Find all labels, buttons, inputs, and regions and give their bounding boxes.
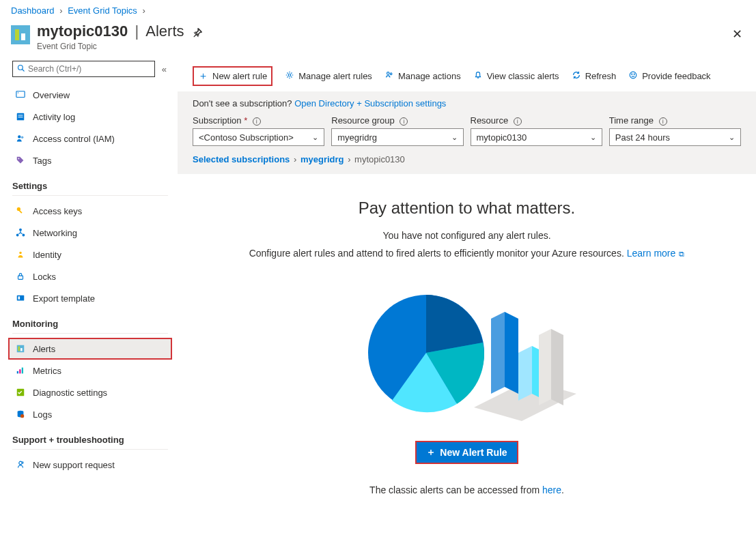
plus-icon: ＋ — [426, 446, 436, 459]
nav-access-control[interactable]: Access control (IAM) — [12, 128, 168, 149]
nav-locks[interactable]: Locks — [12, 265, 168, 287]
svg-point-29 — [288, 74, 291, 76]
page-title: mytopic0130 | Alerts — [37, 23, 184, 40]
chevron-right-icon: › — [348, 154, 350, 164]
chevron-right-icon: › — [59, 5, 62, 16]
svg-point-12 — [16, 234, 18, 236]
resource-group-link[interactable]: myegridrg — [300, 154, 344, 164]
nav-metrics[interactable]: Metrics — [12, 360, 168, 381]
chevron-down-icon: ⌄ — [590, 133, 596, 142]
chevron-down-icon: ⌄ — [729, 133, 735, 142]
toolbar-refresh[interactable]: Refresh — [572, 70, 617, 82]
svg-point-30 — [387, 72, 389, 75]
info-icon[interactable]: i — [253, 117, 261, 126]
svg-point-14 — [20, 229, 22, 231]
title-divider: | — [135, 23, 139, 40]
selection-breadcrumb: Selected subscriptions › myegridrg › myt… — [193, 154, 741, 164]
svg-point-15 — [19, 252, 22, 255]
empty-state: Pay attention to what matters. You have … — [178, 174, 756, 495]
collapse-sidebar-icon[interactable]: « — [160, 63, 168, 76]
svg-point-0 — [18, 65, 23, 70]
nav-export-template[interactable]: Export template — [12, 287, 168, 309]
search-input[interactable] — [28, 64, 150, 74]
nav-identity[interactable]: Identity — [12, 244, 168, 265]
learn-more-link[interactable]: Learn more — [627, 248, 676, 259]
subscription-select[interactable]: <Contoso Subscription> ⌄ — [193, 128, 324, 146]
classic-alerts-link[interactable]: here — [542, 484, 561, 495]
resource-type-label: Event Grid Topic — [37, 42, 184, 51]
svg-point-32 — [630, 72, 636, 78]
svg-point-28 — [19, 461, 22, 464]
page-header: mytopic0130 | Alerts Event Grid Topic ✕ — [0, 18, 756, 61]
toolbar-view-classic-alerts[interactable]: View classic alerts — [473, 70, 559, 82]
sidebar: « Overview Activity log Access control (… — [0, 61, 178, 501]
breadcrumb-dashboard[interactable]: Dashboard — [11, 5, 55, 16]
search-box[interactable] — [12, 61, 155, 77]
empty-title: Pay attention to what matters. — [205, 199, 729, 218]
breadcrumb-event-grid-topics[interactable]: Event Grid Topics — [68, 5, 137, 16]
nav-tags[interactable]: Tags — [12, 149, 168, 171]
info-icon[interactable]: i — [400, 117, 408, 126]
svg-rect-6 — [18, 117, 23, 117]
access-control-icon — [15, 133, 26, 144]
svg-rect-23 — [19, 369, 20, 373]
time-range-select[interactable]: Past 24 hours ⌄ — [609, 128, 741, 146]
toolbar-provide-feedback[interactable]: Provide feedback — [628, 70, 710, 82]
time-range-label: Time range i — [609, 115, 741, 126]
nav-new-support-request[interactable]: New support request — [12, 454, 168, 476]
selected-subscriptions-link[interactable]: Selected subscriptions — [193, 154, 290, 164]
lock-icon — [15, 271, 26, 282]
nav-group-settings: Settings — [12, 181, 168, 191]
resource-select[interactable]: mytopic0130 ⌄ — [471, 128, 602, 146]
nav-access-keys[interactable]: Access keys — [12, 200, 168, 222]
svg-rect-17 — [17, 295, 25, 301]
new-alert-rule-button[interactable]: ＋ New Alert Rule — [415, 441, 518, 464]
svg-rect-2 — [16, 91, 25, 98]
svg-point-9 — [18, 158, 20, 160]
breadcrumb: Dashboard › Event Grid Topics › — [0, 0, 756, 18]
classic-alerts-line: The classic alerts can be accessed from … — [205, 484, 729, 495]
logs-icon — [15, 409, 26, 420]
nav-networking[interactable]: Networking — [12, 222, 168, 244]
bell-icon — [473, 70, 483, 82]
main-content: ＋ New alert rule Manage alert rules Mana… — [178, 61, 756, 501]
current-resource: mytopic0130 — [354, 154, 405, 164]
svg-rect-22 — [17, 371, 18, 374]
nav-activity-log[interactable]: Activity log — [12, 106, 168, 128]
illustration — [351, 274, 583, 431]
empty-line-1: You have not configured any alert rules. — [205, 230, 729, 241]
diagnostic-icon — [15, 387, 26, 398]
chevron-down-icon: ⌄ — [451, 133, 458, 142]
nav-group-monitoring: Monitoring — [12, 319, 168, 329]
nav-logs[interactable]: Logs — [12, 403, 168, 425]
external-link-icon: ⧉ — [677, 250, 684, 258]
filter-bar: Don't see a subscription? Open Directory… — [178, 91, 756, 174]
nav-group-support: Support + troubleshooting — [12, 435, 168, 445]
info-icon[interactable]: i — [659, 117, 667, 126]
nav-diagnostic-settings[interactable]: Diagnostic settings — [12, 381, 168, 403]
close-icon[interactable]: ✕ — [732, 23, 745, 42]
networking-icon — [15, 227, 26, 238]
toolbar: ＋ New alert rule Manage alert rules Mana… — [178, 61, 756, 91]
resource-name: mytopic0130 — [37, 23, 128, 40]
pin-icon[interactable] — [193, 23, 202, 40]
nav-separator — [12, 333, 168, 334]
key-icon — [15, 205, 26, 216]
chevron-right-icon: › — [294, 154, 296, 164]
section-name: Alerts — [145, 23, 184, 40]
plus-icon: ＋ — [198, 70, 208, 83]
nav-overview[interactable]: Overview — [12, 84, 168, 106]
nav-alerts[interactable]: Alerts — [8, 338, 172, 360]
svg-rect-5 — [18, 115, 23, 115]
svg-rect-16 — [18, 276, 23, 279]
toolbar-manage-alert-rules[interactable]: Manage alert rules — [285, 70, 372, 82]
open-directory-settings-link[interactable]: Open Directory + Subscription settings — [294, 98, 446, 108]
toolbar-manage-actions[interactable]: Manage actions — [384, 70, 461, 82]
info-icon[interactable]: i — [514, 117, 522, 126]
metrics-icon — [15, 365, 26, 376]
svg-point-7 — [18, 135, 20, 138]
support-icon — [15, 459, 26, 470]
resource-group-select[interactable]: myegridrg ⌄ — [331, 128, 463, 146]
toolbar-new-alert-rule[interactable]: ＋ New alert rule — [193, 66, 272, 86]
svg-point-33 — [632, 74, 632, 74]
